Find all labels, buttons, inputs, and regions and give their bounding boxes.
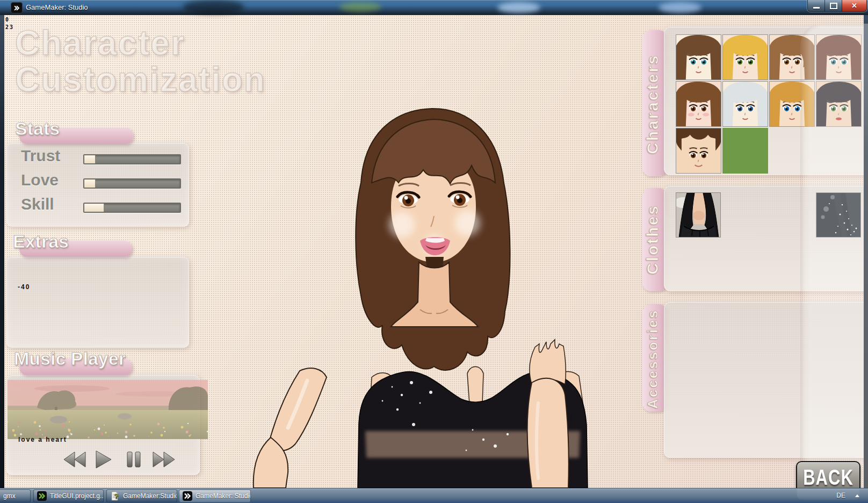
stat-row: Love: [7, 171, 189, 195]
stats-panel: Trust Love Skill: [6, 143, 189, 227]
accessories-label: Accessories: [640, 307, 665, 411]
watermark-line: Customization: [15, 61, 266, 98]
pause-button[interactable]: [121, 449, 145, 472]
clothes-thumbnail-sparkle[interactable]: [816, 192, 861, 238]
titlebar-artifact: [183, 0, 244, 14]
titlebar-artifact: [497, 2, 540, 13]
help-file-icon: ?: [110, 491, 120, 501]
minimize-icon: [813, 7, 820, 9]
taskbar-item-label: GameMaker: Studio: [196, 492, 251, 500]
debug-readout: 0 23: [5, 16, 14, 31]
characters-label: Characters: [640, 40, 665, 169]
window-title: GameMaker: Studio: [26, 3, 88, 11]
svg-text:?: ?: [114, 492, 119, 500]
window-frame-right: [864, 15, 868, 488]
stat-bar: [83, 178, 181, 189]
maximize-icon: [830, 3, 837, 9]
character-thumbnail-girl-brown-hair-teal-eyes[interactable]: [676, 34, 721, 80]
close-button[interactable]: ✕: [842, 0, 866, 11]
taskbar-item-gmx[interactable]: gmx: [0, 490, 31, 502]
taskbar-item-label: TitleGUI.project.g...: [50, 492, 104, 500]
screen-title-watermark: Character Customization: [15, 25, 266, 98]
taskbar-item-gamemaker-active[interactable]: GameMaker: Studio: [179, 490, 251, 502]
stat-bar-fill: [84, 179, 96, 188]
maximize-button[interactable]: [825, 0, 842, 11]
character-thumbnail-boy-brown-hair[interactable]: [676, 128, 721, 174]
stat-row: Trust: [7, 147, 189, 170]
taskbar-item-label: GameMaker:Studio: [123, 492, 177, 500]
extras-title: Extras: [13, 231, 69, 252]
stat-bar: [83, 203, 181, 213]
character-thumbnail-girl-brown-hair-blush[interactable]: [676, 81, 721, 127]
titlebar-artifact: [339, 2, 381, 12]
album-art-landscape: [8, 380, 208, 439]
extras-panel: -40: [6, 257, 189, 348]
gamemaker-icon: [11, 2, 23, 13]
stats-title: Stats: [15, 118, 60, 139]
character-grid: [676, 34, 862, 174]
taskbar-item-help[interactable]: ? GameMaker:Studio: [106, 490, 177, 502]
accessories-panel: [664, 302, 868, 458]
character-preview: [231, 102, 607, 488]
window-frame-left: [0, 15, 4, 488]
music-controls: [7, 449, 199, 472]
debug-line: 0: [5, 16, 14, 24]
language-indicator[interactable]: DE: [836, 492, 845, 499]
minimize-button[interactable]: [808, 0, 825, 11]
close-icon: ✕: [851, 2, 857, 10]
window-titlebar: GameMaker: Studio: [0, 0, 868, 15]
stat-label: Love: [21, 171, 59, 189]
character-thumbnail-girl-blonde-green-eyes[interactable]: [722, 34, 768, 80]
desktop-screenshot: { "window": { "title": "GameMaker: Studi…: [0, 0, 868, 503]
extras-value: -40: [18, 283, 30, 291]
rewind-button[interactable]: [61, 449, 89, 472]
taskbar-item-titlegui[interactable]: TitleGUI.project.g...: [33, 490, 104, 502]
right-arm: [527, 340, 569, 488]
track-title: love a heart: [18, 436, 67, 443]
music-player-title: Music Player: [14, 348, 126, 369]
music-player-panel: love a heart: [6, 375, 200, 475]
empty-slot-green[interactable]: [722, 128, 768, 174]
titlebar-artifact: [659, 2, 701, 13]
gamemaker-green-icon: [37, 491, 47, 501]
stat-bar-fill: [84, 155, 96, 163]
character-thumbnail-girl-black-hair-red-lips[interactable]: [816, 81, 862, 127]
clothes-thumbnail-vneck[interactable]: [676, 192, 721, 238]
chevron-up-icon[interactable]: [854, 493, 860, 498]
left-arm: [254, 368, 327, 488]
fast-forward-button[interactable]: [150, 449, 178, 472]
window-controls: ✕: [807, 0, 867, 12]
gamemaker-white-icon: [183, 491, 192, 501]
watermark-line: Character: [15, 25, 266, 61]
debug-line: 23: [5, 24, 14, 31]
character-thumbnail-girl-silver-hair-blue-eyes[interactable]: [722, 81, 768, 127]
stat-bar-fill: [84, 204, 104, 212]
taskbar-item-label: gmx: [3, 492, 16, 500]
taskbar: gmx TitleGUI.project.g... ? GameMaker:St…: [0, 488, 868, 503]
stat-row: Skill: [7, 195, 189, 219]
character-thumbnail-girl-gold-hair-blue-eyes[interactable]: [769, 81, 815, 127]
character-thumbnail-girl-brown-hair-over-eye[interactable]: [769, 34, 815, 80]
play-button[interactable]: [91, 449, 114, 472]
stat-bar: [83, 154, 181, 164]
character-thumbnail-girl-auburn-teal-eyes[interactable]: [816, 34, 862, 80]
stat-label: Trust: [21, 147, 60, 165]
stat-label: Skill: [21, 195, 54, 213]
clothes-label: Clothes: [640, 196, 665, 283]
system-tray: DE: [836, 492, 860, 499]
